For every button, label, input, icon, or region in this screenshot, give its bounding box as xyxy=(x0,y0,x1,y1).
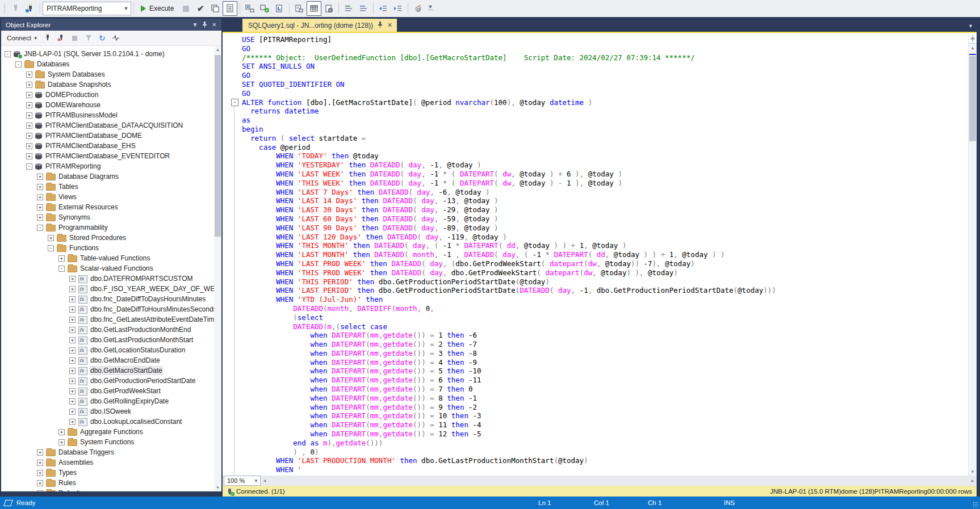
decrease-indent-icon[interactable] xyxy=(376,1,391,16)
tree-item[interactable]: +Database Triggers xyxy=(1,447,214,457)
code-line[interactable]: when DATEPART(mm,getdate()) = 6 then -11 xyxy=(242,376,776,385)
expand-icon[interactable]: + xyxy=(69,398,76,405)
tree-item[interactable]: +dbo.fnc_DateDiffToDaysHoursMinutes xyxy=(1,294,214,304)
code-line[interactable]: WHEN 'YTD (Jul-Jun)' then xyxy=(242,295,776,304)
change-connection-icon[interactable] xyxy=(23,1,37,16)
intellisense-enabled-icon[interactable]: @ xyxy=(411,1,425,16)
code-line[interactable]: DATEADD(m,(select case xyxy=(242,322,776,331)
code-line[interactable]: WHEN 'LAST 120 Days' then DATEADD( day, … xyxy=(242,233,776,242)
live-query-statistics-icon[interactable] xyxy=(257,1,272,16)
code-line[interactable]: SET ANSI_NULLS ON xyxy=(242,62,776,71)
code-line[interactable]: return ( select startdate = xyxy=(242,134,776,143)
tree-item[interactable]: -Functions xyxy=(1,243,214,253)
expand-icon[interactable]: + xyxy=(26,82,32,88)
expand-icon[interactable]: + xyxy=(58,439,65,445)
database-combobox[interactable]: PITRAMReporting ▼ xyxy=(43,2,131,15)
scroll-down-icon[interactable]: ▼ xyxy=(969,468,977,476)
tab-list-chevron-icon[interactable]: ▼ xyxy=(968,23,973,29)
scroll-up-icon[interactable]: ▲ xyxy=(969,44,977,52)
increase-indent-icon[interactable] xyxy=(391,1,405,16)
code-line[interactable]: WHEN 'TODAY' then @today xyxy=(242,152,776,161)
status-character[interactable]: Ch 1 xyxy=(648,497,661,509)
collapse-icon[interactable]: - xyxy=(58,266,65,272)
collapse-icon[interactable]: - xyxy=(37,225,43,231)
code-line[interactable]: when DATEPART(mm,getdate()) = 10 then -3 xyxy=(242,411,776,420)
expand-icon[interactable]: + xyxy=(26,102,32,108)
display-estimated-plan-icon[interactable] xyxy=(208,1,223,16)
expand-icon[interactable]: + xyxy=(26,92,32,98)
status-column[interactable]: Col 1 xyxy=(594,497,609,509)
resize-grip[interactable] xyxy=(973,502,978,507)
expand-icon[interactable]: + xyxy=(69,317,76,323)
editor-scrollbar-thumb[interactable] xyxy=(969,56,976,141)
scroll-up-icon[interactable]: ▲ xyxy=(214,46,221,53)
toolbar-overflow-chevron[interactable]: ▼— xyxy=(425,6,435,11)
code-line[interactable]: USE [PITRAMReporting] xyxy=(242,35,776,44)
tree-item[interactable]: +Aggregate Functions xyxy=(1,427,214,437)
chevron-down-icon[interactable]: ▼ xyxy=(122,2,131,15)
code-line[interactable]: WHEN 'LAST PRODUCTION MONTH' then dbo.Ge… xyxy=(242,456,776,465)
tree-item[interactable]: +dbo.GetLastProductionMonthStart xyxy=(1,335,214,345)
expand-icon[interactable]: + xyxy=(69,347,76,354)
code-editor[interactable]: - USE [PITRAMReporting]GO/****** Object:… xyxy=(223,32,977,476)
code-line[interactable]: ALTER function [dbo].[GetMacroStartDate]… xyxy=(242,98,776,107)
code-line[interactable]: /****** Object: UserDefinedFunction [dbo… xyxy=(242,53,776,62)
tree-scrollbar[interactable]: ▲ ▼ xyxy=(214,46,221,491)
tree-item[interactable]: -Databases xyxy=(1,59,214,69)
expand-icon[interactable]: + xyxy=(37,470,43,476)
editor-vertical-scrollbar[interactable]: ╪ ▲ ▼ xyxy=(968,33,977,476)
expand-icon[interactable]: + xyxy=(69,378,76,384)
tree-item[interactable]: +dbo.GetMacroStartDate xyxy=(1,365,214,376)
tree-item[interactable]: +External Resources xyxy=(1,202,214,212)
code-line[interactable]: when DATEPART(mm,getdate()) = 7 then 0 xyxy=(242,385,776,394)
expand-icon[interactable]: + xyxy=(58,255,65,262)
expand-icon[interactable]: + xyxy=(69,357,76,364)
tree-item[interactable]: +dbo.DATEFROMPARTSCUSTOM xyxy=(1,274,214,284)
fold-collapse-icon[interactable]: - xyxy=(231,99,238,106)
oe-connect-server-icon[interactable] xyxy=(41,32,54,44)
code-line[interactable]: returns datetime xyxy=(242,107,776,116)
code-surface[interactable]: - USE [PITRAMReporting]GO/****** Object:… xyxy=(223,33,969,476)
code-line[interactable]: ) , 0) xyxy=(242,448,776,457)
code-line[interactable]: WHEN 'LAST 60 Days' then DATEADD( day, -… xyxy=(242,214,776,224)
status-line[interactable]: Ln 1 xyxy=(538,497,551,509)
tree-item[interactable]: +Rules xyxy=(1,478,214,488)
code-line[interactable]: begin xyxy=(242,125,776,134)
code-line[interactable]: WHEN 'LAST MONTH' then DATEADD( month, -… xyxy=(242,250,776,259)
expand-icon[interactable]: + xyxy=(69,337,76,343)
refresh-icon[interactable]: ↻ xyxy=(96,32,108,44)
tree-item[interactable]: +dbo.F_ISO_YEAR_WEEK_DAY_OF_WEEK xyxy=(1,284,214,294)
toolbar-grip[interactable] xyxy=(3,3,7,14)
code-line[interactable]: when DATEPART(mm,getdate()) = 12 then -5 xyxy=(242,430,776,439)
parse-check-icon[interactable]: ✔ xyxy=(193,1,208,16)
tree-item[interactable]: -Scalar-valued Functions xyxy=(1,263,214,274)
code-line[interactable]: WHEN 'LAST PERIOD' then dbo.GetProductio… xyxy=(242,286,776,295)
tree-scrollbar-thumb[interactable] xyxy=(215,55,221,237)
code-line[interactable]: WHEN ' xyxy=(242,465,776,474)
tree-item[interactable]: +dbo.fnc_GetLatestAttributeEventDateTime xyxy=(1,314,214,325)
expand-icon[interactable]: + xyxy=(69,276,76,282)
expand-icon[interactable]: + xyxy=(69,419,76,425)
expand-icon[interactable]: + xyxy=(26,123,32,129)
expand-icon[interactable]: + xyxy=(37,449,43,456)
pin-icon[interactable] xyxy=(378,22,383,29)
tree-item[interactable]: +Stored Procedures xyxy=(1,233,214,243)
expand-icon[interactable]: + xyxy=(69,409,76,415)
expand-icon[interactable]: + xyxy=(37,480,43,486)
tree-item[interactable]: +System Databases xyxy=(1,69,214,79)
expand-icon[interactable]: + xyxy=(69,368,76,374)
collapse-icon[interactable]: - xyxy=(48,245,54,251)
tree-item[interactable]: -PITRAMReporting xyxy=(1,161,214,171)
expand-icon[interactable]: + xyxy=(26,153,32,159)
tree-item[interactable]: +PITRAMClientDatabase_EVENTEDITOR xyxy=(1,151,214,161)
scroll-left-icon[interactable]: ◄ xyxy=(261,478,269,483)
code-line[interactable]: WHEN 'THIS PROD WEEK' then DATEADD( day,… xyxy=(242,268,776,277)
expand-icon[interactable]: + xyxy=(69,306,76,313)
code-line[interactable]: DATEADD(month, DATEDIFF(month, 0, xyxy=(242,304,776,313)
code-line[interactable]: GO xyxy=(242,71,776,80)
code-line[interactable]: when DATEPART(mm,getdate()) = 11 then -4 xyxy=(242,420,776,430)
tree-item[interactable]: +System Functions xyxy=(1,437,214,447)
code-line[interactable]: GO xyxy=(242,89,776,98)
window-position-icon[interactable]: ▼ xyxy=(190,20,200,30)
connect-icon[interactable] xyxy=(8,1,23,16)
